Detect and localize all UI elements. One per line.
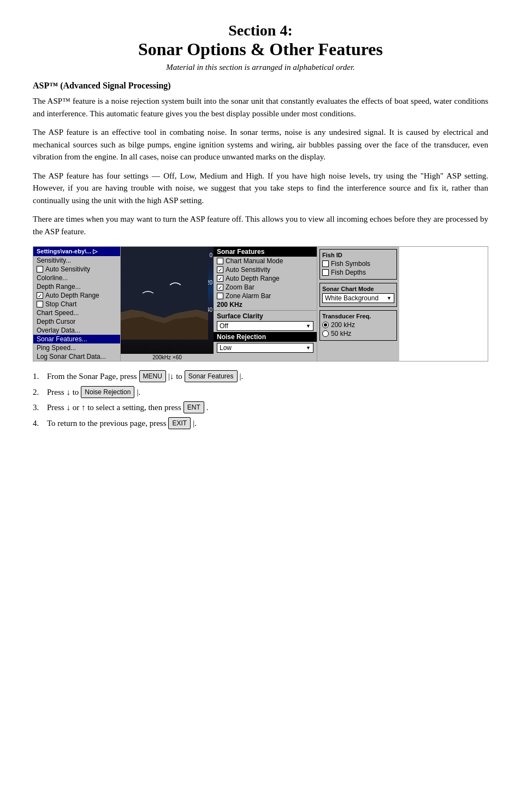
transducer-title: Transducer Freq. [322, 313, 394, 319]
sonar-image-body: 0 20 40 [121, 247, 214, 354]
sonar-bottom-bar: 200kHz ×60 [121, 354, 214, 361]
title-line1: Section 4: [33, 22, 488, 39]
step-1-text-before: From the Sonar Page, press [47, 370, 137, 383]
fish-id-panel: Fish ID Fish Symbols Fish Depths Sonar C… [317, 247, 399, 361]
step-4: 4. To return to the previous page, press… [33, 417, 488, 430]
step-1-num: 1. [33, 370, 44, 383]
subtitle: Material in this section is arranged in … [33, 63, 488, 72]
checkbox-sf-auto-sensitivity [217, 266, 223, 273]
step-3-key1: ENT [183, 401, 204, 413]
menu-item-auto-depth-range[interactable]: Auto Depth Range [33, 291, 120, 300]
step-4-num: 4. [33, 417, 44, 430]
step-2-key1: Noise Rejection [81, 386, 134, 398]
menu-item-depth-range[interactable]: Depth Range... [33, 282, 120, 291]
checkbox-stop-chart [37, 301, 43, 307]
sonar-chart-mode-dropdown[interactable]: White Background ▼ [322, 293, 394, 303]
sonar-features-title: Sonar Features [214, 247, 317, 257]
page-title: Section 4: Sonar Options & Other Feature… [33, 22, 488, 60]
menu-item-sonar-features[interactable]: Sonar Features... [33, 335, 120, 343]
step-2-text-after: |. [137, 386, 140, 399]
step-1-arrow: |↓ to [168, 370, 182, 383]
menu-item-overlay-data[interactable]: Overlay Data... [33, 326, 120, 335]
paragraph-1: The ASP™ feature is a noise rejection sy… [33, 95, 488, 120]
menu-item-chart-speed[interactable]: Chart Speed... [33, 309, 120, 317]
fish-symbols-item[interactable]: Fish Symbols [322, 259, 394, 268]
sonar-chart-mode-group: Sonar Chart Mode White Background ▼ [319, 283, 397, 307]
checkbox-auto-depth-range [37, 292, 43, 299]
transducer-50khz-label: 50 kHz [331, 330, 351, 337]
transducer-50khz[interactable]: 50 kHz [322, 329, 394, 338]
step-2-content: Press ↓ to Noise Rejection |. [47, 386, 140, 399]
sf-auto-depth-label: Auto Depth Range [226, 275, 280, 282]
paragraph-3: The ASP feature has four settings — Off,… [33, 170, 488, 207]
fish-depths-item[interactable]: Fish Depths [322, 268, 394, 277]
sf-divider-1 [214, 310, 317, 311]
sf-auto-sensitivity-label: Auto Sensitivity [226, 266, 270, 274]
step-3: 3. Press ↓ or ↑ to select a setting, the… [33, 401, 488, 414]
sonar-chart-mode-value: White Background [325, 294, 378, 302]
page-container: Section 4: Sonar Options & Other Feature… [33, 22, 488, 429]
sf-freq-label: 200 KHz [214, 300, 317, 309]
sf-surface-clarity-dropdown[interactable]: Off ▼ [217, 321, 313, 331]
step-1: 1. From the Sonar Page, press MENU |↓ to… [33, 370, 488, 383]
sf-zone-alarm-label: Zone Alarm Bar [226, 292, 271, 300]
sf-surface-clarity-label: Surface Clarity [214, 312, 317, 321]
menu-item-depth-cursor[interactable]: Depth Cursor [33, 317, 120, 326]
menu-item-auto-sensitivity[interactable]: Auto Sensitivity [33, 265, 120, 274]
step-1-key2: Sonar Features [185, 370, 238, 382]
checkbox-fish-symbols [322, 260, 329, 267]
checkbox-sf-zone-alarm [217, 293, 223, 299]
sf-surface-clarity-value: Off [220, 322, 228, 330]
sf-auto-sensitivity[interactable]: Auto Sensitivity [214, 265, 317, 274]
step-1-key1: MENU [139, 370, 166, 382]
sf-surface-clarity-arrow: ▼ [306, 323, 311, 329]
sf-noise-rejection-label: Noise Rejection [214, 332, 317, 342]
fish-id-title: Fish ID [322, 252, 394, 258]
step-3-num: 3. [33, 401, 44, 414]
menu-item-colorline[interactable]: Colorline... [33, 274, 120, 282]
transducer-200khz-label: 200 kHz [331, 321, 355, 329]
step-3-content: Press ↓ or ↑ to select a setting, then p… [47, 401, 209, 414]
diagram: Settings\van-eby\... ▷ Sensitivity... Au… [33, 246, 488, 361]
sf-zoom-bar-label: Zoom Bar [226, 283, 254, 291]
step-4-content: To return to the previous page, press EX… [47, 417, 197, 430]
menu-item-sensitivity[interactable]: Sensitivity... [33, 256, 120, 265]
sf-noise-rejection-value: Low [220, 344, 232, 352]
fish-id-group: Fish ID Fish Symbols Fish Depths [319, 249, 397, 280]
step-4-text-before: To return to the previous page, press [47, 417, 166, 430]
menu-item-ping-speed[interactable]: Ping Speed... [33, 343, 120, 352]
title-line2: Sonar Options & Other Features [33, 39, 488, 60]
step-3-text-after: . [206, 401, 209, 414]
checkbox-fish-depths [322, 269, 329, 276]
left-menu-title: Settings\van-eby\... ▷ [33, 247, 120, 256]
transducer-group: Transducer Freq. 200 kHz 50 kHz [319, 310, 397, 341]
sf-noise-rejection-arrow: ▼ [306, 345, 311, 351]
sf-chart-manual-label: Chart Manual Mode [226, 257, 283, 265]
radio-200khz [322, 322, 329, 328]
sonar-chart-mode-arrow: ▼ [387, 295, 392, 301]
step-2-text-before: Press ↓ to [47, 386, 79, 399]
sonar-features-panel: Sonar Features Chart Manual Mode Auto Se… [214, 247, 317, 361]
sonar-chart-mode-title: Sonar Chart Mode [322, 286, 394, 292]
step-3-text-before: Press ↓ or ↑ to select a setting, then p… [47, 401, 181, 414]
sf-zoom-bar[interactable]: Zoom Bar [214, 283, 317, 292]
step-2-num: 2. [33, 386, 44, 399]
step-4-key1: EXIT [168, 417, 191, 429]
sf-zone-alarm-bar[interactable]: Zone Alarm Bar [214, 292, 317, 300]
sf-noise-rejection-dropdown[interactable]: Low ▼ [217, 343, 313, 353]
step-1-content: From the Sonar Page, press MENU |↓ to So… [47, 370, 243, 383]
menu-item-stop-chart[interactable]: Stop Chart [33, 300, 120, 309]
sonar-image-panel: 0 20 40 200k [121, 247, 214, 361]
menu-item-log-sonar[interactable]: Log Sonar Chart Data... [33, 352, 120, 361]
paragraph-4: There are times when you may want to tur… [33, 213, 488, 238]
step-4-text-after: |. [193, 417, 197, 430]
transducer-200khz[interactable]: 200 kHz [322, 321, 394, 329]
sf-auto-depth-range[interactable]: Auto Depth Range [214, 274, 317, 283]
checkbox-sf-auto-depth-range [217, 275, 223, 282]
sf-chart-manual-mode[interactable]: Chart Manual Mode [214, 257, 317, 265]
section-heading: ASP™ (Advanced Signal Processing) [33, 81, 488, 91]
checkbox-auto-sensitivity [37, 266, 43, 272]
checkbox-sf-zoom-bar [217, 284, 223, 291]
depth-label-0: 0 [209, 252, 212, 258]
fish-depths-label: Fish Depths [331, 269, 366, 276]
